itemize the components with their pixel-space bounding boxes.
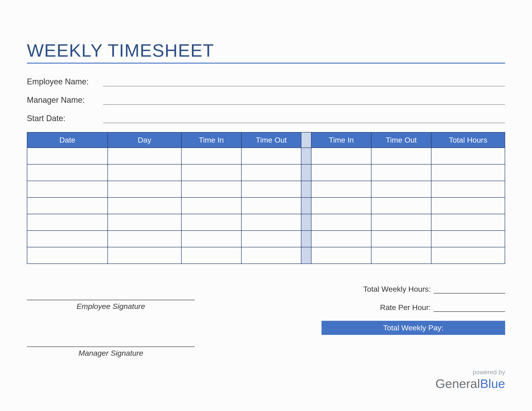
cell-spacer [301, 164, 311, 181]
cell-date[interactable] [27, 148, 108, 164]
cell-time-out-2[interactable] [371, 148, 431, 164]
rate-row: Rate Per Hour: [322, 302, 505, 312]
rate-input-line[interactable] [434, 302, 505, 312]
manager-name-label: Manager Name: [27, 95, 103, 105]
total-hours-row: Total Weekly Hours: [322, 284, 505, 293]
brand-part-1: General [436, 376, 480, 391]
start-date-row: Start Date: [27, 114, 505, 123]
cell-time-in-1[interactable] [181, 231, 241, 247]
cell-date[interactable] [27, 247, 108, 264]
powered-by-text: powered by [436, 369, 505, 376]
manager-name-input-line[interactable] [103, 96, 505, 105]
cell-day[interactable] [108, 164, 181, 181]
cell-time-in-2[interactable] [311, 164, 371, 181]
cell-spacer [301, 148, 311, 164]
cell-time-in-1[interactable] [181, 214, 241, 231]
table-row [27, 231, 505, 247]
header-day: Day [108, 132, 181, 148]
cell-date[interactable] [27, 214, 108, 231]
cell-date[interactable] [27, 164, 108, 181]
cell-time-in-1[interactable] [181, 181, 241, 197]
cell-day[interactable] [108, 231, 181, 247]
header-time-out-1: Time Out [241, 132, 301, 148]
cell-total[interactable] [431, 247, 505, 264]
table-row [27, 214, 505, 231]
employee-signature-label: Employee Signature [27, 302, 195, 311]
header-total: Total Hours [431, 132, 505, 148]
cell-total[interactable] [431, 181, 505, 197]
header-time-in-1: Time In [181, 132, 241, 148]
cell-day[interactable] [108, 247, 181, 264]
title-underline [27, 63, 505, 64]
cell-time-in-1[interactable] [181, 164, 241, 181]
cell-total[interactable] [431, 197, 505, 214]
cell-time-out-1[interactable] [241, 197, 301, 214]
cell-time-out-2[interactable] [371, 197, 431, 214]
cell-time-out-2[interactable] [371, 181, 431, 197]
cell-total[interactable] [431, 214, 505, 231]
cell-time-in-2[interactable] [311, 247, 371, 264]
manager-signature-label: Manager Signature [27, 349, 195, 357]
cell-date[interactable] [27, 231, 108, 247]
manager-signature-line[interactable] [27, 331, 195, 347]
header-time-in-2: Time In [311, 132, 371, 148]
employee-signature-line[interactable] [27, 284, 195, 300]
manager-name-row: Manager Name: [27, 95, 505, 105]
cell-day[interactable] [108, 214, 181, 231]
cell-time-out-1[interactable] [241, 181, 301, 197]
summary-block: Total Weekly Hours: Rate Per Hour: Total… [322, 284, 505, 378]
cell-time-in-2[interactable] [311, 231, 371, 247]
cell-spacer [301, 197, 311, 214]
cell-time-out-2[interactable] [371, 247, 431, 264]
cell-spacer [301, 181, 311, 197]
cell-date[interactable] [27, 197, 108, 214]
rate-label: Rate Per Hour: [380, 303, 434, 312]
cell-time-in-1[interactable] [181, 197, 241, 214]
cell-time-out-2[interactable] [371, 231, 431, 247]
cell-time-in-2[interactable] [311, 214, 371, 231]
cell-time-out-1[interactable] [241, 214, 301, 231]
cell-time-out-2[interactable] [371, 164, 431, 181]
cell-time-out-1[interactable] [241, 231, 301, 247]
table-row [27, 148, 505, 164]
cell-time-out-1[interactable] [241, 247, 301, 264]
cell-total[interactable] [431, 164, 505, 181]
header-spacer [301, 132, 311, 148]
cell-time-in-1[interactable] [181, 247, 241, 264]
brand-part-2: Blue [480, 376, 505, 391]
cell-time-in-2[interactable] [311, 181, 371, 197]
table-header-row: Date Day Time In Time Out Time In Time O… [27, 132, 505, 148]
employee-name-input-line[interactable] [103, 77, 505, 86]
cell-day[interactable] [108, 181, 181, 197]
cell-time-in-2[interactable] [311, 197, 371, 214]
total-pay-bar: Total Weekly Pay: [322, 321, 505, 335]
signatures-block: Employee Signature Manager Signature [27, 284, 195, 378]
table-row [27, 197, 505, 214]
cell-time-in-1[interactable] [181, 148, 241, 164]
employee-name-row: Employee Name: [27, 77, 505, 86]
cell-spacer [301, 214, 311, 231]
brand-logo-text: GeneralBlue [436, 376, 505, 391]
table-row [27, 181, 505, 197]
cell-time-out-2[interactable] [371, 214, 431, 231]
start-date-label: Start Date: [27, 114, 103, 123]
cell-spacer [301, 247, 311, 264]
cell-time-out-1[interactable] [241, 148, 301, 164]
header-date: Date [27, 132, 108, 148]
cell-total[interactable] [431, 148, 505, 164]
cell-total[interactable] [431, 231, 505, 247]
total-hours-input-line[interactable] [434, 284, 505, 293]
timesheet-table: Date Day Time In Time Out Time In Time O… [27, 132, 505, 264]
footer-branding: powered by GeneralBlue [436, 369, 505, 391]
start-date-input-line[interactable] [103, 114, 505, 123]
cell-day[interactable] [108, 148, 181, 164]
page-title: WEEKLY TIMESHEET [27, 40, 505, 61]
table-row [27, 164, 505, 181]
cell-day[interactable] [108, 197, 181, 214]
cell-spacer [301, 231, 311, 247]
cell-time-in-2[interactable] [311, 148, 371, 164]
table-row [27, 247, 505, 264]
cell-time-out-1[interactable] [241, 164, 301, 181]
total-hours-label: Total Weekly Hours: [363, 285, 434, 293]
cell-date[interactable] [27, 181, 108, 197]
